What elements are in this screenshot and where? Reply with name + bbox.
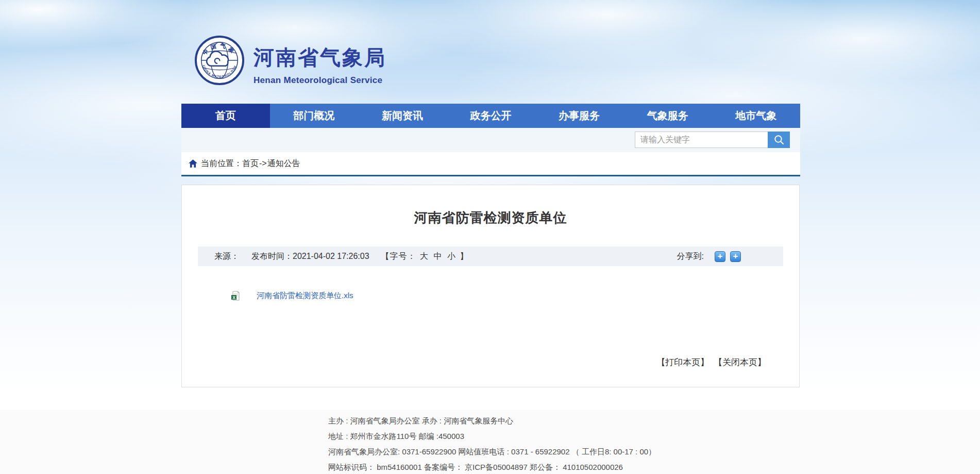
article-panel: 河南省防雷检测资质单位 来源： 发布时间：2021-04-02 17:26:03… — [181, 185, 800, 387]
breadcrumb: 当前位置： 首页 -> 通知公告 — [181, 152, 800, 176]
search-icon — [773, 134, 785, 145]
fontsize-suffix: 】 — [460, 252, 468, 260]
nav-item-news[interactable]: 新闻资讯 — [358, 104, 447, 128]
svg-text:X: X — [232, 295, 235, 300]
footer-address-line: 地址 : 郑州市金水路110号 邮编 :450003 — [328, 429, 980, 444]
attachment-link[interactable]: 河南省防雷检测资质单位.xls — [257, 291, 353, 301]
share-label: 分享到: — [677, 251, 704, 262]
print-page-button[interactable]: 【打印本页】 — [656, 357, 709, 367]
fontsize-medium-button[interactable]: 中 — [433, 252, 442, 260]
search-button[interactable] — [768, 132, 790, 148]
nav-item-weather-service[interactable]: 气象服务 — [623, 104, 712, 128]
search-strip — [181, 128, 800, 152]
site-title-block: 河南省气象局 Henan Meteorological Service — [254, 43, 386, 86]
footer-icp-line: 网站标识码： bm54160001 备案编号： 京ICP备05004897 郑公… — [328, 460, 980, 474]
footer-phone-line: 河南省气象局办公室: 0371-65922900 网站值班电话 : 0371 -… — [328, 444, 980, 460]
cma-logo-icon: 中国气象 CHINA METEOROLOGY — [194, 35, 245, 86]
nav-item-gov-info[interactable]: 政务公开 — [447, 104, 535, 128]
attachment-row: X 河南省防雷检测资质单位.xls — [231, 291, 799, 301]
main-nav: 首页 部门概况 新闻资讯 政务公开 办事服务 气象服务 地市气象 — [181, 104, 800, 128]
home-icon — [189, 159, 197, 168]
share-plus-icon[interactable]: + — [715, 251, 725, 262]
nav-item-city-weather[interactable]: 地市气象 — [712, 104, 800, 128]
fontsize-large-button[interactable]: 大 — [420, 252, 429, 260]
site-footer: 主办 : 河南省气象局办公室 承办 : 河南省气象服务中心 地址 : 郑州市金水… — [0, 410, 980, 474]
breadcrumb-current-link[interactable]: 通知公告 — [267, 158, 300, 169]
breadcrumb-home-link[interactable]: 首页 — [242, 158, 259, 169]
site-name-en: Henan Meteorological Service — [254, 75, 386, 86]
fontsize-small-button[interactable]: 小 — [447, 252, 456, 260]
meta-left: 来源： 发布时间：2021-04-02 17:26:03 【字号： 大 中 小 … — [214, 251, 468, 262]
site-logo[interactable]: 中国气象 CHINA METEOROLOGY — [194, 35, 245, 86]
article-title: 河南省防雷检测资质单位 — [182, 209, 799, 227]
page-actions: 【打印本页】 【关闭本页】 — [654, 356, 766, 368]
source-label: 来源： — [214, 251, 239, 262]
article-meta-bar: 来源： 发布时间：2021-04-02 17:26:03 【字号： 大 中 小 … — [198, 247, 783, 266]
close-page-button[interactable]: 【关闭本页】 — [714, 357, 766, 367]
fontsize-prefix: 【字号： — [381, 252, 416, 260]
share-plus-icon[interactable]: + — [730, 251, 741, 262]
nav-item-department[interactable]: 部门概况 — [270, 104, 359, 128]
site-name: 河南省气象局 — [254, 43, 386, 72]
share-block: 分享到: + + — [677, 251, 783, 262]
nav-item-home[interactable]: 首页 — [181, 104, 270, 128]
footer-organizer-line: 主办 : 河南省气象局办公室 承办 : 河南省气象服务中心 — [328, 410, 980, 429]
search-input[interactable] — [635, 132, 768, 148]
page: 中国气象 CHINA METEOROLOGY 河南省气象局 Henan Mete… — [0, 0, 980, 474]
breadcrumb-prefix: 当前位置： — [201, 158, 242, 169]
nav-item-services[interactable]: 办事服务 — [535, 104, 623, 128]
fontsize-control: 【字号： 大 中 小 】 — [381, 251, 469, 262]
publish-time: 发布时间：2021-04-02 17:26:03 — [251, 251, 369, 262]
search-box — [635, 132, 790, 148]
breadcrumb-separator: -> — [259, 159, 267, 168]
excel-file-icon: X — [231, 291, 240, 301]
